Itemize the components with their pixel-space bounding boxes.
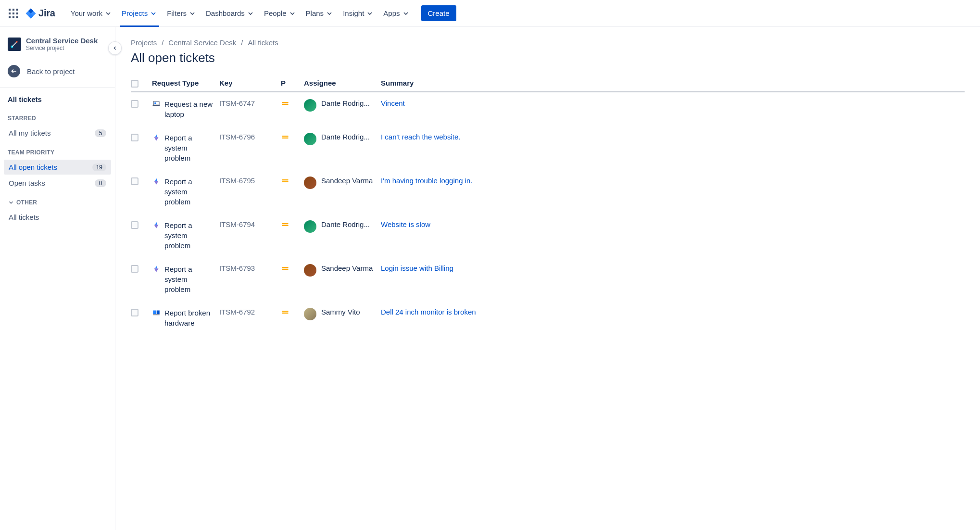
col-request-type[interactable]: Request Type [152,79,219,88]
request-type-cell[interactable]: Request a new laptop [152,99,214,119]
sidebar-group-other[interactable]: OTHER [4,191,111,209]
nav-item-insight[interactable]: Insight [339,0,377,27]
row-checkbox[interactable] [131,309,138,316]
summary-link[interactable]: Login issue with Billing [381,264,453,272]
summary-link[interactable]: I'm having trouble logging in. [381,177,472,185]
request-type-cell[interactable]: Report a system problem [152,133,214,163]
table-row: Report a system problemITSM-6794Dante Ro… [131,214,965,257]
avatar [304,264,316,277]
issue-key-link[interactable]: ITSM-6795 [219,177,255,185]
row-checkbox[interactable] [131,177,138,185]
system-icon [152,221,161,229]
nav-item-dashboards[interactable]: Dashboards [202,0,258,27]
summary-link[interactable]: Website is slow [381,220,430,228]
row-checkbox[interactable] [131,134,138,141]
app-switcher-icon[interactable] [6,6,21,21]
svg-rect-2 [16,9,18,11]
collapse-sidebar-button[interactable] [108,41,122,55]
issue-key-link[interactable]: ITSM-6796 [219,133,255,141]
col-key[interactable]: Key [219,79,281,88]
avatar [304,99,316,112]
project-icon [8,38,21,51]
breadcrumb-item[interactable]: Central Service Desk [168,38,236,47]
svg-point-10 [16,41,17,42]
issue-key-link[interactable]: ITSM-6747 [219,99,255,107]
sidebar-group-team-priority: TEAM PRIORITY [4,141,111,159]
table-header: Request Type Key P Assignee Summary [131,79,965,92]
request-type-cell[interactable]: Report broken hardware [152,308,214,328]
assignee-name[interactable]: Sandeep Varma [321,264,373,272]
nav-item-apps[interactable]: Apps [379,0,413,27]
chevron-down-icon [366,10,374,17]
chevron-down-icon [402,10,410,17]
svg-marker-26 [154,225,159,228]
assignee-name[interactable]: Dante Rodrig... [321,99,370,107]
sidebar-item-all-tickets[interactable]: All tickets [4,210,111,225]
tickets-table: Request Type Key P Assignee Summary Requ… [131,79,965,335]
chevron-down-icon [150,10,157,17]
svg-rect-1 [13,9,14,11]
request-type-cell[interactable]: Report a system problem [152,264,214,294]
svg-rect-27 [282,223,289,224]
priority-medium-icon [281,266,289,274]
svg-marker-25 [155,222,158,225]
svg-rect-4 [13,13,14,14]
project-header: Central Service Desk Service project [4,37,111,61]
sidebar-item-label: All my tickets [9,129,51,137]
assignee-name[interactable]: Dante Rodrig... [321,133,370,141]
page-title: All open tickets [131,50,965,65]
col-assignee[interactable]: Assignee [304,79,381,88]
issue-key-link[interactable]: ITSM-6792 [219,308,255,316]
select-all-checkbox[interactable] [131,80,138,88]
table-row: Report a system problemITSM-6795Sandeep … [131,170,965,214]
svg-rect-34 [157,311,160,315]
chevron-down-icon [104,10,112,17]
summary-link[interactable]: Dell 24 inch monitor is broken [381,308,476,316]
nav-item-your-work[interactable]: Your work [67,0,116,27]
summary-link[interactable]: Vincent [381,99,405,107]
priority-medium-icon [281,222,289,230]
nav-item-projects[interactable]: Projects [118,0,161,27]
request-type-cell[interactable]: Report a system problem [152,220,214,251]
breadcrumb-item[interactable]: All tickets [248,38,278,47]
table-row: Request a new laptopITSM-6747Dante Rodri… [131,92,965,126]
back-to-project-link[interactable]: Back to project [4,61,111,81]
row-checkbox[interactable] [131,100,138,108]
nav-item-filters[interactable]: Filters [163,0,200,27]
count-badge: 5 [95,129,106,137]
count-badge: 19 [92,164,106,171]
priority-medium-icon [281,101,289,109]
svg-rect-24 [282,181,289,182]
laptop-icon [152,100,161,108]
request-type-cell[interactable]: Report a system problem [152,177,214,207]
issue-key-link[interactable]: ITSM-6793 [219,264,255,272]
system-icon [152,265,161,273]
nav-item-people[interactable]: People [260,0,300,27]
svg-rect-35 [153,315,160,315]
col-priority[interactable]: P [281,79,304,88]
svg-rect-6 [9,16,11,18]
logo-text: Jira [38,8,55,19]
svg-rect-36 [282,311,289,312]
chevron-down-icon [326,10,333,17]
main-content: Projects / Central Service Desk / All ti… [115,27,980,530]
assignee-name[interactable]: Dante Rodrig... [321,220,370,228]
sidebar-item-all-open-tickets[interactable]: All open tickets19 [4,160,111,175]
summary-link[interactable]: I can't reach the website. [381,133,460,141]
svg-rect-13 [153,105,160,106]
row-checkbox[interactable] [131,221,138,229]
count-badge: 0 [95,179,106,187]
sidebar-item-all-my-tickets[interactable]: All my tickets5 [4,126,111,140]
table-row: Report a system problemITSM-6793Sandeep … [131,257,965,301]
assignee-name[interactable]: Sammy Vito [321,308,360,316]
jira-logo[interactable]: Jira [25,8,55,19]
col-summary[interactable]: Summary [381,79,965,88]
issue-key-link[interactable]: ITSM-6794 [219,220,255,228]
row-checkbox[interactable] [131,265,138,273]
assignee-name[interactable]: Sandeep Varma [321,177,373,185]
sidebar-item-open-tasks[interactable]: Open tasks0 [4,176,111,190]
breadcrumb-item[interactable]: Projects [131,38,157,47]
avatar [304,308,316,320]
create-button[interactable]: Create [421,5,456,21]
nav-item-plans[interactable]: Plans [302,0,338,27]
